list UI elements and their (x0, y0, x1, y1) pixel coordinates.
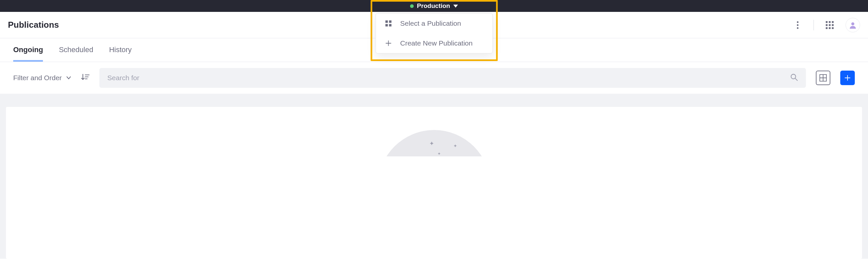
sort-icon (81, 73, 90, 81)
filter-order-label: Filter and Order (13, 74, 62, 82)
svg-rect-12 (832, 24, 834, 26)
select-publication-item[interactable]: Select a Publication (376, 13, 492, 33)
svg-rect-11 (829, 24, 830, 26)
svg-rect-0 (385, 21, 388, 23)
svg-point-4 (797, 21, 799, 23)
page-title: Publications (8, 20, 59, 30)
empty-state-illustration: ✦ ✦ ✦ (378, 130, 490, 156)
chevron-down-icon (453, 5, 458, 8)
environment-label: Production (417, 2, 450, 9)
svg-rect-10 (826, 24, 827, 26)
svg-rect-7 (826, 21, 827, 23)
header-actions (792, 18, 860, 32)
svg-point-6 (797, 27, 799, 29)
topbar: Production (0, 0, 868, 12)
create-publication-label: Create New Publication (400, 39, 472, 47)
svg-point-5 (797, 24, 799, 26)
more-options-button[interactable] (792, 19, 804, 31)
sparkle-icon: ✦ (437, 152, 441, 156)
tab-history[interactable]: History (109, 39, 131, 62)
svg-rect-8 (829, 21, 830, 23)
chevron-down-icon (66, 76, 71, 79)
svg-rect-14 (829, 27, 830, 29)
svg-point-16 (851, 22, 854, 25)
kebab-icon (796, 21, 799, 29)
environment-selector[interactable]: Production (410, 2, 458, 9)
apps-grid-icon (826, 21, 834, 29)
grid-icon (384, 20, 392, 27)
user-icon (849, 22, 857, 29)
svg-rect-1 (389, 21, 391, 23)
svg-rect-3 (389, 24, 391, 26)
tab-scheduled[interactable]: Scheduled (59, 39, 93, 62)
user-avatar[interactable] (845, 18, 860, 32)
content-area: ✦ ✦ ✦ (0, 94, 868, 259)
table-view-icon (819, 74, 827, 82)
plus-icon (844, 74, 851, 82)
search-icon (790, 73, 798, 83)
filter-order-button[interactable]: Filter and Order (13, 74, 71, 82)
svg-rect-2 (385, 24, 388, 26)
sparkle-icon: ✦ (429, 140, 434, 147)
svg-rect-9 (832, 21, 834, 23)
toolbar: Filter and Order (0, 62, 868, 94)
svg-rect-15 (832, 27, 834, 29)
content-card: ✦ ✦ ✦ (6, 107, 862, 259)
create-publication-item[interactable]: Create New Publication (376, 33, 492, 53)
search-field[interactable] (99, 68, 806, 88)
environment-dropdown: Select a Publication Create New Publicat… (375, 13, 493, 54)
svg-rect-13 (826, 27, 827, 29)
divider (813, 20, 814, 30)
status-dot-icon (410, 4, 414, 8)
apps-button[interactable] (824, 19, 836, 31)
add-button[interactable] (840, 71, 855, 85)
sparkle-icon: ✦ (453, 143, 457, 149)
sort-button[interactable] (81, 73, 90, 83)
tab-ongoing[interactable]: Ongoing (13, 39, 43, 62)
plus-icon (384, 39, 392, 47)
select-publication-label: Select a Publication (400, 20, 461, 27)
view-mode-button[interactable] (816, 71, 830, 85)
search-input[interactable] (107, 74, 785, 82)
